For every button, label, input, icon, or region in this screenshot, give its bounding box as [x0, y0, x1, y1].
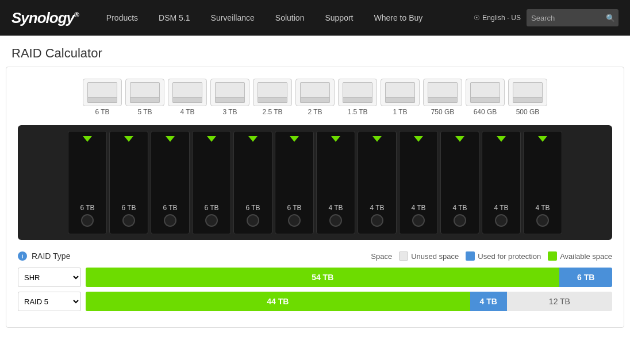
drive-indicator — [248, 136, 258, 142]
nav-link-where-to-buy[interactable]: Where to Buy — [363, 0, 433, 36]
navbar: Synology® ProductsDSM 5.1SurveillanceSol… — [0, 0, 630, 36]
drive-option[interactable]: 4 TB — [168, 79, 207, 116]
drive-icon — [338, 79, 377, 106]
raid-type-select[interactable]: SHRSHR-2JBODRAID 0RAID 1RAID 5RAID 6RAID… — [18, 292, 81, 311]
drive-slot[interactable]: 6 TB — [68, 131, 107, 234]
drive-option[interactable]: 1 TB — [381, 79, 420, 116]
drive-indicator — [290, 136, 299, 142]
logo-symbol: ® — [74, 11, 79, 19]
nav-link-surveillance[interactable]: Surveillance — [201, 0, 265, 36]
drive-capacity-label: 6 TB — [163, 204, 177, 212]
drive-capacity-label: 4 TB — [370, 204, 384, 212]
drive-indicator — [207, 136, 216, 142]
drive-label: 1 TB — [393, 108, 407, 116]
drive-capacity-label: 4 TB — [535, 204, 550, 212]
locale-indicator[interactable]: ☉ English - US — [474, 14, 521, 22]
raid-bar: 44 TB4 TB12 TB — [86, 292, 612, 311]
raid-type-row: i RAID Type Space Unused space Used for … — [18, 251, 612, 261]
drive-circle — [122, 214, 135, 227]
drive-option[interactable]: 750 GB — [423, 79, 462, 116]
drive-slot[interactable]: 6 TB — [109, 131, 148, 234]
legend-unused: Unused space — [399, 251, 459, 261]
available-box — [548, 251, 557, 261]
drive-icon — [125, 79, 164, 106]
drive-circle — [205, 214, 218, 227]
bar-available: 54 TB — [86, 268, 559, 287]
drive-capacity-label: 6 TB — [204, 204, 218, 212]
drive-capacity-label: 4 TB — [328, 204, 343, 212]
raid-type-select[interactable]: SHRSHR-2JBODRAID 0RAID 1RAID 5RAID 6RAID… — [18, 268, 81, 287]
drive-indicator — [538, 136, 547, 142]
drive-indicator — [83, 136, 92, 142]
unused-box — [399, 251, 408, 261]
drive-label: 5 TB — [137, 108, 152, 116]
drive-label: 6 TB — [95, 108, 109, 116]
nav-link-products[interactable]: Products — [96, 0, 148, 36]
logo[interactable]: Synology® — [11, 9, 79, 27]
drive-slot[interactable]: 6 TB — [151, 131, 190, 234]
drive-slot[interactable]: 4 TB — [482, 131, 521, 234]
drive-slot[interactable]: 4 TB — [358, 131, 397, 234]
drive-selection: 6 TB 5 TB 4 TB 3 TB 2.5 TB 2 TB 1.5 TB 1… — [18, 79, 612, 116]
drive-circle — [454, 214, 466, 227]
drive-slot[interactable]: 6 TB — [275, 131, 314, 234]
drive-option[interactable]: 5 TB — [125, 79, 164, 116]
logo-text: Synology — [11, 9, 74, 26]
drive-icon — [253, 79, 292, 106]
nav-link-support[interactable]: Support — [314, 0, 363, 36]
drive-slot[interactable]: 6 TB — [192, 131, 231, 234]
nav-link-dsm-5.1[interactable]: DSM 5.1 — [148, 0, 200, 36]
drive-capacity-label: 4 TB — [411, 204, 425, 212]
drive-icon — [168, 79, 207, 106]
raid-controls: i RAID Type Space Unused space Used for … — [18, 251, 612, 311]
protection-label: Used for protection — [478, 252, 541, 261]
drive-circle — [371, 214, 383, 227]
bar-protection: 4 TB — [470, 292, 507, 311]
drive-option[interactable]: 2 TB — [295, 79, 335, 116]
drive-label: 3 TB — [222, 108, 237, 116]
drive-label: 640 GB — [474, 108, 497, 116]
search-icon: 🔍 — [606, 14, 615, 22]
drive-slot[interactable]: 4 TB — [399, 131, 438, 234]
drive-option[interactable]: 500 GB — [508, 79, 547, 116]
drive-icon — [295, 79, 335, 106]
space-legend: Space Unused space Used for protection A… — [371, 251, 612, 261]
drive-option[interactable]: 3 TB — [210, 79, 249, 116]
drive-option[interactable]: 2.5 TB — [253, 79, 292, 116]
drive-option[interactable]: 640 GB — [466, 79, 505, 116]
drive-label: 1.5 TB — [347, 108, 367, 116]
drive-slot[interactable]: 4 TB — [523, 131, 562, 234]
raid-row: SHRSHR-2JBODRAID 0RAID 1RAID 5RAID 6RAID… — [18, 268, 612, 287]
drive-circle — [495, 214, 508, 227]
drive-indicator — [124, 136, 133, 142]
nav-right: ☉ English - US 🔍 — [474, 9, 619, 26]
drive-circle — [288, 214, 301, 227]
search-bar: 🔍 — [527, 9, 619, 26]
drive-icon — [466, 79, 505, 106]
available-label: Available space — [560, 252, 612, 261]
raid-type-label: RAID Type — [32, 251, 70, 261]
drive-capacity-label: 6 TB — [80, 204, 94, 212]
info-icon[interactable]: i — [18, 251, 27, 261]
drive-capacity-label: 4 TB — [452, 204, 467, 212]
raid-rows-container: SHRSHR-2JBODRAID 0RAID 1RAID 5RAID 6RAID… — [18, 268, 612, 311]
drive-label: 2 TB — [308, 108, 322, 116]
drive-slot[interactable]: 6 TB — [233, 131, 272, 234]
drive-option[interactable]: 1.5 TB — [338, 79, 377, 116]
search-input[interactable] — [531, 14, 606, 22]
drive-capacity-label: 6 TB — [121, 204, 136, 212]
nav-link-solution[interactable]: Solution — [265, 0, 315, 36]
raid-bar: 54 TB6 TB — [86, 268, 612, 287]
drive-label: 4 TB — [180, 108, 194, 116]
drive-label: 500 GB — [516, 108, 540, 116]
drive-option[interactable]: 6 TB — [83, 79, 122, 116]
drive-icon — [210, 79, 249, 106]
drive-capacity-label: 6 TB — [287, 204, 301, 212]
drive-indicator — [414, 136, 423, 142]
drive-slot[interactable]: 4 TB — [316, 131, 355, 234]
globe-icon: ☉ — [474, 14, 480, 22]
drive-icon — [423, 79, 462, 106]
drive-icon — [508, 79, 547, 106]
drive-slot[interactable]: 4 TB — [440, 131, 479, 234]
page-title: RAID Calculator — [0, 36, 630, 67]
